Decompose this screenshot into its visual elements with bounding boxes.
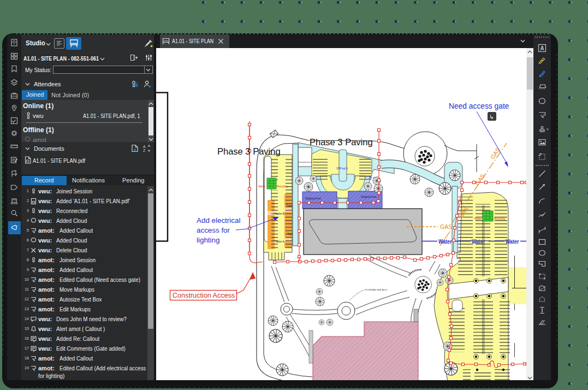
svg-text:FOUNTAIN SEE A512: FOUNTAIN SEE A512 [365,288,388,291]
svg-text:Recycling: Recycling [494,217,505,220]
svg-text:Phase 3 Paving: Phase 3 Paving [217,146,281,156]
svg-text:Need access gate: Need access gate [449,102,509,110]
svg-text:Z: Z [143,149,146,152]
svg-text:lighting: lighting [197,236,219,244]
svg-text:A: A [540,45,544,51]
svg-text:Trailer A: Trailer A [275,240,284,243]
svg-text:Phase 3 Paving: Phase 3 Paving [310,137,373,147]
svg-text:A: A [143,145,146,149]
svg-text:Staging Area: Staging Area [305,197,321,200]
svg-text:↳: ↳ [489,114,494,120]
svg-text:Construction Access: Construction Access [173,292,235,299]
svg-text:Trailer B: Trailer B [275,212,284,215]
svg-text:GAS: GAS [440,223,452,230]
svg-text:access for: access for [197,226,230,234]
svg-text:Water: Water [506,238,519,245]
svg-text:258 sq ft: 258 sq ft [336,167,348,170]
svg-text:Recycling: Recycling [277,185,288,188]
svg-text:Water: Water [472,238,485,245]
svg-text:Staging Area: Staging Area [361,195,377,198]
svg-text:Waste: Waste [258,185,265,188]
svg-text:Water: Water [438,238,452,245]
svg-text:Waste: Waste [474,217,482,220]
svg-text:Add electrical: Add electrical [197,216,240,224]
